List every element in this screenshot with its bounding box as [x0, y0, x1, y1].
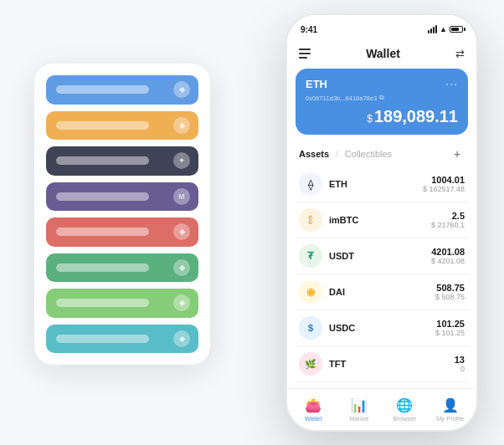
status-bar: 9:41 ▲: [287, 15, 476, 38]
signal-bar-1: [428, 30, 429, 33]
asset-item-usdt[interactable]: ₮ USDT 4201.08 $ 4201.08: [296, 238, 468, 274]
usdt-icon: ₮: [299, 244, 322, 268]
asset-amount-eth: 1004.01 $ 162517.48: [423, 175, 465, 193]
browser-nav-label: Browser: [393, 415, 416, 422]
menu-line-1: [299, 49, 311, 50]
copy-icon[interactable]: ⧉: [379, 94, 384, 102]
eth-card-header: ETH ···: [306, 77, 458, 90]
wallet-row-icon-8: ◆: [173, 330, 190, 347]
bottom-nav: 👛 Wallet 📊 Market 🌐 Browser 👤 My Profile: [287, 388, 476, 430]
wallet-row-icon-1: ◆: [173, 81, 190, 98]
assets-tabs: Assets / Collectibles: [299, 149, 392, 159]
tab-collectibles[interactable]: Collectibles: [345, 149, 392, 159]
asset-amount-usdc: 101.25 $ 101.25: [435, 319, 465, 337]
wallet-nav-icon: 👛: [305, 397, 321, 413]
eth-card[interactable]: ETH ··· 0x08711d3b...8418a78e3 ⧉ $189,08…: [296, 69, 468, 135]
wallet-row-icon-4: M: [173, 188, 190, 205]
usdc-icon: $: [299, 316, 322, 340]
market-nav-label: Market: [349, 415, 368, 422]
asset-name-usdt: USDT: [329, 251, 431, 261]
eth-icon: ⟠: [299, 172, 322, 196]
browser-nav-icon: 🌐: [396, 397, 413, 413]
asset-name-tft: TFT: [329, 359, 455, 369]
menu-line-3: [299, 57, 307, 59]
wallet-row-label: [56, 156, 149, 165]
left-wallet-card: ◆ ◆ ✦ M ◆ ◆ ◆ ◆: [34, 64, 210, 365]
wallet-row-icon-5: ◆: [173, 223, 190, 240]
eth-balance: $189,089.11: [306, 107, 458, 126]
tab-assets[interactable]: Assets: [299, 149, 329, 159]
wallet-row-label: [56, 121, 149, 130]
imbtc-icon: ₿: [299, 208, 322, 232]
asset-item-dai[interactable]: ◉ DAI 508.75 $ 508.75: [296, 274, 468, 310]
asset-item-eth[interactable]: ⟠ ETH 1004.01 $ 162517.48: [296, 166, 468, 202]
wallet-row-label: [56, 228, 149, 236]
profile-nav-label: My Profile: [436, 415, 464, 422]
signal-bar-2: [430, 28, 432, 33]
asset-list: ⟠ ETH 1004.01 $ 162517.48 ₿ imBTC 2.5 $ …: [287, 166, 476, 388]
asset-amount-tft: 13 0: [455, 355, 465, 373]
nav-header: Wallet ⇄: [287, 38, 476, 69]
page-title: Wallet: [366, 47, 400, 60]
asset-item-usdc[interactable]: $ USDC 101.25 $ 101.25: [296, 310, 468, 346]
signal-bar-4: [435, 25, 437, 33]
wallet-row-label: [56, 85, 149, 94]
asset-item-imbtc[interactable]: ₿ imBTC 2.5 $ 21760.1: [296, 202, 468, 238]
wallet-row-icon-6: ◆: [173, 259, 190, 276]
wallet-row-label: [56, 192, 149, 201]
wallet-row-icon-3: ✦: [173, 152, 190, 169]
eth-card-menu-dots[interactable]: ···: [445, 77, 458, 90]
nav-browser[interactable]: 🌐 Browser: [382, 397, 428, 422]
assets-header: Assets / Collectibles +: [287, 141, 476, 166]
nav-profile[interactable]: 👤 My Profile: [428, 397, 474, 422]
asset-amount-dai: 508.75 $ 508.75: [435, 283, 465, 301]
balance-currency-symbol: $: [367, 113, 373, 125]
wallet-row-5[interactable]: ◆: [46, 217, 198, 247]
eth-address: 0x08711d3b...8418a78e3 ⧉: [306, 94, 458, 102]
menu-line-2: [299, 53, 311, 54]
asset-amount-imbtc: 2.5 $ 21760.1: [431, 211, 465, 229]
wallet-row-icon-2: ◆: [173, 117, 190, 134]
wallet-row-1[interactable]: ◆: [46, 75, 198, 105]
wifi-icon: ▲: [440, 25, 447, 33]
wallet-nav-label: Wallet: [305, 415, 322, 422]
balance-amount: 189,089.11: [374, 107, 458, 125]
wallet-row-6[interactable]: ◆: [46, 253, 198, 283]
wallet-row-label: [56, 299, 149, 307]
eth-token-name: ETH: [306, 78, 327, 90]
signal-bar-3: [433, 27, 435, 33]
wallet-row-icon-7: ◆: [173, 294, 190, 311]
tft-icon: 🌿: [299, 352, 322, 376]
menu-icon[interactable]: [299, 49, 311, 59]
dai-icon: ◉: [299, 280, 322, 304]
battery-icon: [450, 26, 463, 33]
tab-divider: /: [336, 150, 338, 159]
expand-icon[interactable]: ⇄: [455, 48, 465, 60]
wallet-row-label: [56, 335, 149, 343]
wallet-row-7[interactable]: ◆: [46, 289, 198, 318]
wallet-row-8[interactable]: ◆: [46, 325, 198, 354]
wallet-row-2[interactable]: ◆: [46, 111, 198, 141]
profile-nav-icon: 👤: [442, 397, 459, 413]
status-icons: ▲: [428, 25, 463, 33]
signal-icon: [428, 25, 437, 33]
nav-market[interactable]: 📊 Market: [337, 397, 383, 422]
phone: 9:41 ▲ Wallet ⇄: [285, 13, 478, 432]
nav-wallet[interactable]: 👛 Wallet: [291, 397, 337, 422]
asset-amount-usdt: 4201.08 $ 4201.08: [431, 247, 465, 265]
market-nav-icon: 📊: [351, 397, 368, 413]
asset-item-tft[interactable]: 🌿 TFT 13 0: [296, 346, 468, 382]
asset-name-usdc: USDC: [329, 323, 435, 333]
wallet-row-label: [56, 263, 149, 272]
battery-fill: [451, 28, 459, 31]
asset-name-eth: ETH: [329, 179, 423, 189]
scene: ◆ ◆ ✦ M ◆ ◆ ◆ ◆: [18, 13, 486, 432]
status-time: 9:41: [301, 25, 317, 34]
wallet-row-3[interactable]: ✦: [46, 146, 198, 176]
wallet-row-4[interactable]: M: [46, 182, 198, 212]
asset-name-imbtc: imBTC: [329, 215, 431, 225]
asset-name-dai: DAI: [329, 287, 435, 297]
add-asset-button[interactable]: +: [450, 146, 465, 161]
